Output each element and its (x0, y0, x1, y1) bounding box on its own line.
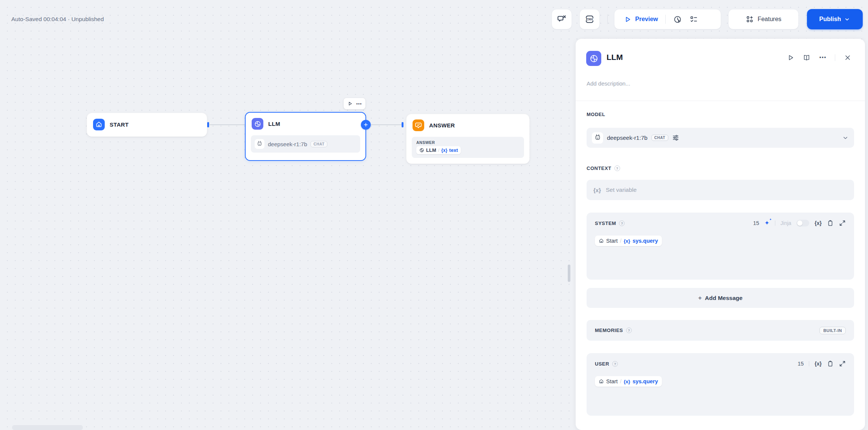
answer-node[interactable]: ANSWER ANSWER LLM / {x} text (406, 114, 530, 164)
panel-divider (576, 101, 865, 101)
chip-separator: / (438, 147, 440, 153)
answer-bubble-icon (413, 119, 424, 131)
features-label: Features (758, 16, 781, 23)
run-toolbar-group: Preview (614, 9, 721, 29)
preview-play-icon[interactable] (623, 15, 631, 23)
model-selector[interactable]: deepseek-r1:7b CHAT (587, 128, 854, 148)
annotation-toggle-button[interactable] (552, 9, 572, 29)
answer-variable-chip[interactable]: LLM / {x} text (416, 146, 461, 154)
llm-node[interactable]: LLM deepseek-r1:7b CHAT (245, 112, 366, 161)
autosave-status: Auto-Saved 00:04:04 · Unpublished (11, 16, 104, 23)
brain-icon (252, 118, 263, 130)
answer-output-box: ANSWER LLM / {x} text (412, 137, 524, 158)
help-icon[interactable]: ? (626, 327, 632, 333)
home-icon (599, 238, 604, 243)
env-variables-button[interactable]: ENV (579, 9, 600, 29)
chat-annotation-icon (557, 14, 567, 24)
ollama-icon (592, 132, 603, 144)
edge-handle-start[interactable] (207, 122, 209, 127)
edge-handle-answer[interactable] (402, 122, 403, 127)
insert-variable-icon[interactable]: {x} (815, 361, 822, 367)
home-icon (93, 119, 105, 130)
expand-icon[interactable] (839, 360, 846, 367)
jinja-label: Jinja (781, 220, 792, 226)
plus-icon: + (698, 294, 702, 302)
start-node[interactable]: START (87, 113, 207, 137)
memories-card: MEMORIES ? BUILT-IN (587, 320, 854, 341)
chip-variable-name: text (449, 147, 458, 153)
checklist-icon[interactable] (689, 15, 698, 24)
context-section-label: CONTEXT (587, 165, 611, 171)
system-variable-chip[interactable]: Start / {x} sys.query (595, 236, 662, 246)
chip-node-name: LLM (426, 147, 436, 153)
variable-icon: {x} (441, 148, 447, 153)
node-config-panel: LLM ⋯ Add description... MODEL (576, 39, 865, 430)
help-icon[interactable]: ? (612, 361, 618, 367)
ollama-icon (255, 139, 264, 149)
chevron-down-icon (842, 135, 849, 141)
system-section-label: SYSTEM (595, 220, 616, 226)
model-mode-badge: CHAT (310, 141, 327, 147)
add-next-node-button[interactable] (361, 120, 371, 130)
node-title: START (110, 121, 128, 128)
chip-separator: / (620, 378, 622, 384)
memories-section-label: MEMORIES (595, 327, 623, 333)
variable-icon: {x} (624, 379, 630, 384)
user-variable-chip[interactable]: Start / {x} sys.query (595, 376, 662, 387)
more-options-icon[interactable]: ⋯ (356, 101, 362, 107)
node-title: ANSWER (429, 122, 455, 129)
jinja-toggle[interactable] (796, 220, 809, 226)
model-name: deepseek-r1:7b (268, 141, 307, 147)
add-message-button[interactable]: + Add Message (587, 288, 854, 308)
docs-book-icon[interactable] (803, 54, 810, 61)
preview-button[interactable]: Preview (635, 16, 658, 23)
variable-icon: {x} (624, 238, 630, 244)
panel-actions: ⋯ (787, 54, 851, 61)
features-button[interactable]: Features (728, 9, 799, 29)
node-hover-toolbar: ⋯ (344, 98, 365, 109)
expand-icon[interactable] (839, 220, 846, 226)
chip-node-name: Start (606, 378, 618, 384)
answer-output-label: ANSWER (416, 140, 520, 145)
home-icon (599, 379, 604, 384)
chip-node-name: Start (606, 238, 618, 244)
description-input[interactable]: Add description... (587, 80, 630, 87)
close-icon[interactable] (844, 54, 851, 61)
tools-divider (809, 361, 809, 366)
add-message-label: Add Message (705, 295, 743, 301)
vertical-scrollbar[interactable] (568, 265, 570, 282)
edge-start-to-llm[interactable] (209, 124, 245, 125)
actions-divider (835, 54, 835, 61)
chip-separator: / (620, 238, 622, 244)
model-name: deepseek-r1:7b (607, 135, 648, 141)
insert-variable-icon[interactable]: {x} (815, 220, 822, 226)
context-variable-input[interactable]: {x} Set variable (587, 180, 854, 200)
help-icon[interactable]: ? (619, 220, 625, 226)
user-prompt-card: USER ? 15 {x} (587, 353, 854, 416)
toolbar-divider (607, 14, 608, 24)
chip-variable-name: sys.query (633, 378, 658, 384)
node-title: LLM (268, 121, 280, 127)
model-params-icon[interactable] (672, 134, 679, 141)
copy-icon[interactable] (827, 360, 834, 367)
prompt-generator-icon[interactable]: ✦✦ (764, 220, 769, 226)
edge-llm-to-answer[interactable] (371, 124, 402, 125)
run-history-icon[interactable] (673, 15, 682, 24)
chip-variable-name: sys.query (633, 238, 658, 244)
publish-button[interactable]: Publish (807, 9, 863, 29)
run-node-icon[interactable] (347, 101, 353, 106)
env-icon: ENV (584, 14, 595, 24)
token-count: 15 (798, 361, 804, 367)
node-model-row: deepseek-r1:7b CHAT (251, 135, 360, 153)
model-section-label: MODEL (587, 112, 605, 117)
run-node-icon[interactable] (787, 54, 794, 61)
features-icon (746, 15, 754, 23)
help-icon[interactable]: ? (614, 165, 620, 171)
user-section-label: USER (595, 361, 609, 367)
copy-icon[interactable] (827, 220, 834, 226)
horizontal-scrollbar[interactable] (12, 425, 83, 430)
panel-title: LLM (607, 53, 623, 62)
context-placeholder: Set variable (606, 187, 637, 193)
token-count: 15 (753, 220, 759, 226)
model-mode-badge: CHAT (651, 135, 668, 141)
